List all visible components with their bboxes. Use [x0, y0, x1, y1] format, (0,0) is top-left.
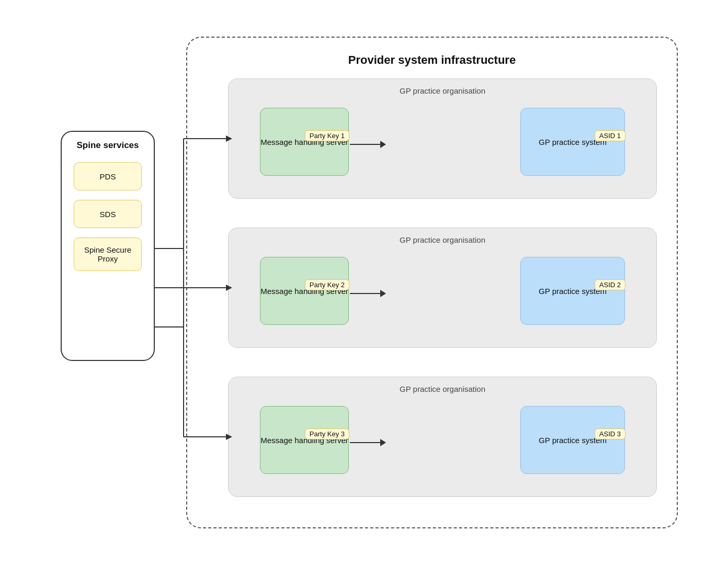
- gps-box-3: ASID 3 GP practice system: [520, 406, 625, 474]
- asid-badge-3: ASID 3: [595, 428, 625, 439]
- asid-badge-1: ASID 1: [595, 130, 625, 141]
- spine-title: Spine services: [76, 140, 139, 151]
- asid-badge-2: ASID 2: [595, 279, 625, 290]
- gp-org-title-2: GP practice organisation: [400, 235, 485, 244]
- gp-panel-2: GP practice organisation Party Key 2 Mes…: [228, 228, 657, 348]
- gps-box-1: ASID 1 GP practice system: [520, 108, 625, 176]
- arrow-mhs-gps-2: [350, 290, 386, 297]
- spine-services-box: Spine services PDS SDS Spine Secure Prox…: [61, 131, 155, 361]
- gp-panel-1: GP practice organisation Party Key 1 Mes…: [228, 78, 657, 199]
- party-key-badge-2: Party Key 2: [305, 279, 349, 290]
- arrow-mhs-gps-3: [350, 439, 386, 446]
- diagram-container: Provider system infrastructure Spine ser…: [50, 26, 678, 539]
- mhs-box-3: Party Key 3 Message handling server: [260, 406, 349, 474]
- spine-service-pds: PDS: [74, 162, 142, 190]
- spine-service-proxy: Spine Secure Proxy: [74, 238, 142, 271]
- gp-org-title-3: GP practice organisation: [400, 385, 485, 393]
- gp-org-title-1: GP practice organisation: [400, 86, 485, 95]
- party-key-badge-3: Party Key 3: [305, 428, 349, 439]
- gps-box-2: ASID 2 GP practice system: [520, 257, 625, 325]
- provider-title: Provider system infrastructure: [348, 53, 516, 67]
- gp-panel-3: GP practice organisation Party Key 3 Mes…: [228, 377, 657, 497]
- mhs-box-2: Party Key 2 Message handling server: [260, 257, 349, 325]
- mhs-box-1: Party Key 1 Message handling server: [260, 108, 349, 176]
- arrow-mhs-gps-1: [350, 141, 386, 148]
- spine-service-sds: SDS: [74, 200, 142, 228]
- party-key-badge-1: Party Key 1: [305, 130, 349, 141]
